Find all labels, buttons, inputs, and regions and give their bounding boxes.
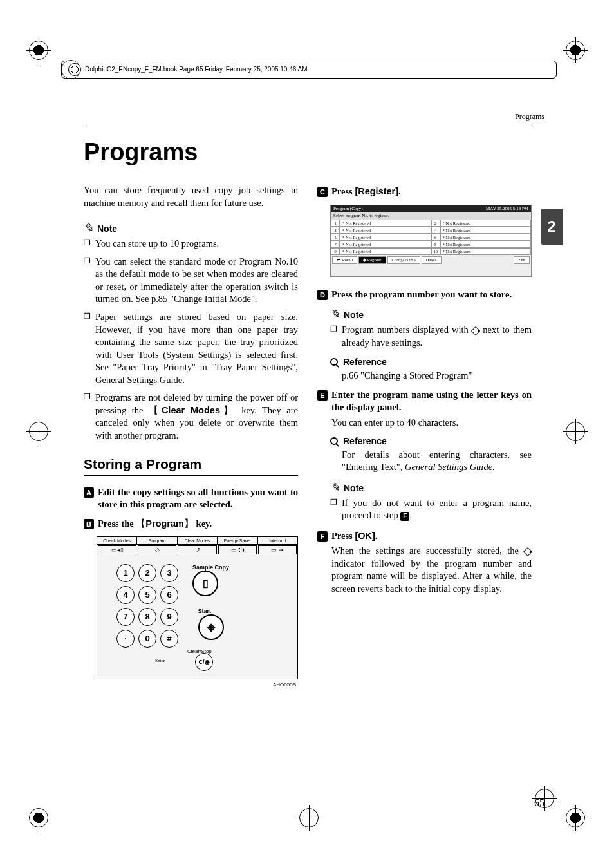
number-keys: 1 2 3 4 5 6 7 8 9 · 0 # — [116, 564, 178, 648]
columns: You can store frequently used copy job s… — [84, 184, 532, 679]
crop-mark-icon — [563, 419, 588, 444]
note-item: If you do not want to enter a program na… — [330, 497, 532, 522]
program-stored-icon — [524, 548, 532, 556]
label: Interrupt — [258, 537, 297, 544]
step-1: A Edit the copy settings so all function… — [84, 486, 298, 511]
cell: 1 — [331, 220, 340, 227]
register-button: ◆ Register — [358, 256, 386, 264]
exit-button: Exit — [514, 256, 530, 264]
figure-icon-row: ▭◂▯ ◇ ↺ ▭ ⏻ ▭ ⇥ — [97, 545, 297, 555]
note-item: Paper settings are stored based on paper… — [84, 311, 298, 386]
cell: * Not Registered — [340, 248, 431, 255]
change-name-button: Change Name — [387, 256, 420, 264]
intro-text: You can store frequently used copy job s… — [84, 184, 298, 209]
program-grid: 1* Not Registered2* Not Registered 3* No… — [331, 220, 531, 255]
step-3: C Press [Register]. — [317, 185, 532, 198]
tech-header-text: DolphinC2_ENcopy_F_FM.book Page 65 Frida… — [68, 63, 550, 76]
label: Check Modes — [97, 537, 137, 544]
reference-text: For details about entering characters, s… — [330, 449, 532, 474]
key-hash: # — [160, 630, 178, 648]
step-5: E Enter the program name using the lette… — [317, 389, 532, 429]
note-heading: Note — [84, 221, 298, 235]
crop-mark-icon — [26, 805, 51, 831]
cell: * Not Registered — [440, 220, 532, 227]
left-column: You can store frequently used copy job s… — [84, 184, 298, 679]
keypad-figure: Check Modes Program Clear Modes Energy S… — [97, 536, 298, 679]
page-number: 65 — [534, 797, 544, 809]
key-dot: · — [116, 630, 135, 648]
register-button-label: [Register] — [355, 186, 398, 196]
step-number-icon: C — [317, 187, 328, 197]
label: Energy Saver — [218, 537, 257, 544]
note-heading: Note — [330, 307, 532, 321]
screen-titlebar: Program (Copy) MAY 25.2005 5:18 PM — [331, 205, 531, 212]
cell: * Not Registered — [340, 227, 431, 234]
interrupt-icon: ▭ ⇥ — [258, 545, 297, 554]
program-stored-icon — [472, 327, 479, 335]
crop-mark-icon — [26, 419, 51, 444]
keypad-area: 1 2 3 4 5 6 7 8 9 · 0 # — [97, 555, 297, 650]
key-0: 0 — [138, 630, 156, 648]
cell: * Not Registered — [340, 241, 431, 248]
cell: 3 — [331, 227, 340, 234]
step-4: D Press the program number you want to s… — [317, 288, 532, 301]
step-number-icon: E — [317, 390, 328, 401]
label: Clear Modes — [178, 537, 218, 544]
key-7: 7 — [116, 608, 135, 626]
cell: 2 — [431, 220, 440, 227]
cell: * Not Registered — [440, 248, 532, 255]
clear-modes-key: Clear Modes — [149, 405, 236, 415]
cell: * Not Registered — [340, 234, 431, 241]
reference-heading: Reference — [330, 436, 532, 446]
note-item: Programs are not deleted by turning the … — [84, 392, 298, 442]
page: DolphinC2_ENcopy_F_FM.book Page 65 Frida… — [0, 0, 614, 868]
crop-mark-icon — [26, 37, 51, 63]
right-buttons: Sample Copy ▯ Start ◈ — [192, 564, 229, 648]
cell: 7 — [331, 241, 340, 248]
figure-top-labels: Check Modes Program Clear Modes Energy S… — [97, 537, 297, 545]
step-text: Press the Program key. — [98, 518, 212, 529]
program-key: Program — [136, 518, 194, 529]
note-list: Program numbers displayed with next to t… — [330, 324, 532, 349]
reference-icon — [330, 437, 338, 445]
note-heading: Note — [330, 480, 532, 495]
step-2: B Press the Program key. — [84, 518, 298, 531]
cell: * Not Registered — [440, 241, 532, 248]
key-6: 6 — [160, 586, 178, 604]
step-5-sub: Reference For details about entering cha… — [317, 436, 532, 522]
right-column: C Press [Register]. Program (Copy) MAY 2… — [317, 184, 532, 679]
delete-button: Delete — [422, 256, 442, 264]
running-header: Programs — [515, 112, 544, 122]
step-text: Enter the program name using the letter … — [331, 390, 532, 413]
enter-label: Enter — [155, 658, 165, 663]
cell: 8 — [431, 241, 440, 248]
crop-mark-icon — [563, 805, 588, 831]
step-text: Press [OK]. — [331, 531, 377, 541]
step-ref-icon: F — [400, 512, 409, 521]
crop-mark-icon — [563, 37, 588, 63]
section-heading: Storing a Program — [84, 457, 298, 476]
key-8: 8 — [138, 608, 156, 626]
step-text: Press [Register]. — [331, 186, 401, 196]
key-9: 9 — [160, 608, 178, 626]
reference-icon — [330, 358, 338, 366]
chapter-tab: 2 — [541, 209, 563, 245]
key-4: 4 — [116, 586, 135, 604]
label: Program — [137, 537, 177, 544]
figure-caption: AHO055S — [273, 682, 296, 688]
program-icon: ◇ — [138, 545, 176, 554]
cell: 10 — [431, 248, 440, 255]
cell: * Not Registered — [440, 234, 532, 241]
reference-heading: Reference — [330, 357, 532, 367]
screen-time: MAY 25.2005 5:18 PM — [486, 206, 528, 211]
step-text: Edit the copy settings so all functions … — [98, 487, 298, 510]
header-rule — [84, 124, 532, 124]
step-number-icon: B — [84, 519, 94, 529]
note-list: If you do not want to enter a program na… — [330, 497, 532, 522]
cell: 5 — [331, 234, 340, 241]
reference-text: p.66 "Changing a Stored Program" — [330, 370, 532, 382]
cell: 9 — [331, 248, 340, 255]
start-label: Start ◈ — [198, 608, 224, 640]
step-number-icon: D — [317, 290, 328, 300]
note-item: Program numbers displayed with next to t… — [330, 324, 532, 349]
